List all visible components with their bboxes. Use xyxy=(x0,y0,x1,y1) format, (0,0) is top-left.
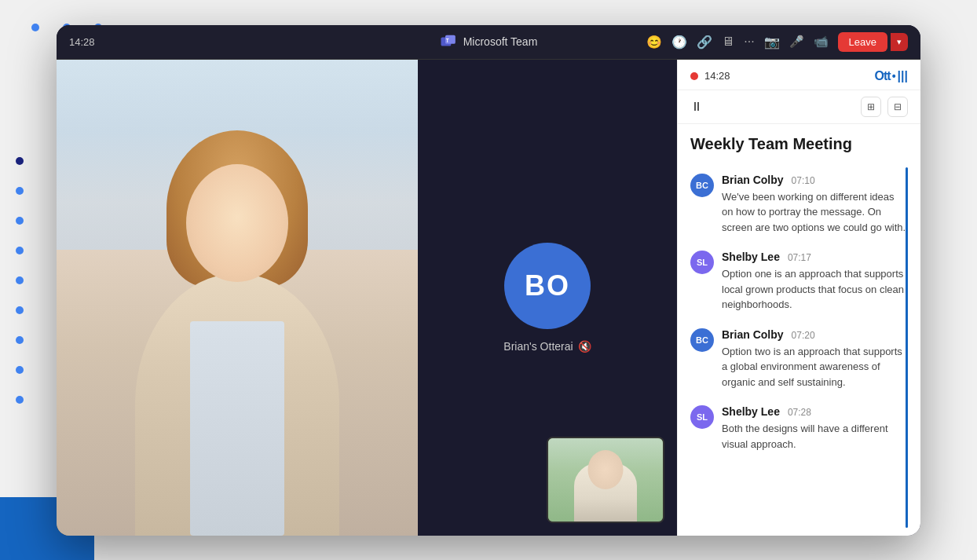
message-time-4: 07:28 xyxy=(788,407,811,418)
dot-left-7 xyxy=(16,336,24,344)
titlebar-center: T Microsoft Team xyxy=(440,33,538,50)
dot-left-5 xyxy=(16,276,24,284)
leave-button[interactable]: Leave xyxy=(838,32,887,52)
message-name-3: Brian Colby xyxy=(722,328,784,341)
thumbnail-video-feed xyxy=(547,437,664,523)
transcript-header-left: 14:28 xyxy=(690,70,730,82)
leave-label: Leave xyxy=(849,36,876,48)
message-header-1: Brian Colby 07:10 xyxy=(722,174,908,186)
transcript-ctrl-icon-2[interactable]: ⊟ xyxy=(887,97,908,117)
message-body-1: Brian Colby 07:10 We've been working on … xyxy=(722,174,908,236)
transcript-ctrl-icon-1[interactable]: ⊞ xyxy=(861,97,881,117)
avatar: BC xyxy=(690,174,714,197)
dot-left-9 xyxy=(16,396,24,404)
avatar-initials-3: BC xyxy=(696,335,708,345)
leave-chevron[interactable]: ▾ xyxy=(891,33,908,51)
main-video-feed xyxy=(57,60,418,536)
avatar: BC xyxy=(690,328,714,352)
transcript-ctrl-icons: ⊞ ⊟ xyxy=(861,97,908,117)
mic-muted-icon: 🔇 xyxy=(578,340,591,353)
otter-logo: Ott • ||| xyxy=(875,69,908,83)
more-icon[interactable]: ··· xyxy=(744,35,754,49)
avatar: SL xyxy=(690,405,714,429)
speaker-avatar: BO xyxy=(504,243,591,329)
message-text-4: Both the designs will have a different v… xyxy=(722,421,908,452)
dot-left-4 xyxy=(16,247,24,254)
svg-text:T: T xyxy=(446,38,449,43)
message-name-2: Shelby Lee xyxy=(722,251,780,263)
message-time-1: 07:10 xyxy=(792,175,815,186)
message-text-2: Option one is an approach that supports … xyxy=(722,266,908,313)
message-time-3: 07:20 xyxy=(792,330,815,341)
otter-bars: ||| xyxy=(898,69,908,83)
dot-left-6 xyxy=(16,306,24,314)
scroll-indicator xyxy=(906,167,908,528)
pause-button[interactable]: ⏸ xyxy=(690,100,703,114)
message-body-3: Brian Colby 07:20 Option two is an appro… xyxy=(722,328,908,390)
message-text-1: We've been working on different ideas on… xyxy=(722,189,908,236)
teams-logo-icon: T xyxy=(440,33,457,50)
dot-left-2 xyxy=(16,187,24,195)
message-body-4: Shelby Lee 07:28 Both the designs will h… xyxy=(722,405,908,452)
secondary-video-area: BO Brian's Otterai 🔇 xyxy=(418,60,677,536)
screen-icon[interactable]: 🖥 xyxy=(722,35,734,49)
video-control-icon[interactable]: 📹 xyxy=(814,35,829,49)
video-area: BO Brian's Otterai 🔇 xyxy=(57,60,677,536)
mic-control-icon[interactable]: 🎤 xyxy=(789,35,804,49)
message-body-2: Shelby Lee 07:17 Option one is an approa… xyxy=(722,251,908,313)
transcript-panel: 14:28 Ott • ||| ⏸ ⊞ ⊟ Weekly Team Meetin… xyxy=(677,60,920,536)
titlebar: 14:28 T Microsoft Team 😊 🕐 🔗 🖥 ··· 📷 🎤 📹… xyxy=(57,25,920,60)
share-icon[interactable]: 🔗 xyxy=(697,35,712,49)
message-name-1: Brian Colby xyxy=(722,174,784,186)
list-item: SL Shelby Lee 07:28 Both the designs wil… xyxy=(678,397,920,459)
otter-dot: • xyxy=(892,70,896,82)
message-text-3: Option two is an approach that supports … xyxy=(722,344,908,390)
dot-top-1 xyxy=(31,24,39,31)
emoji-icon[interactable]: 😊 xyxy=(646,35,662,49)
thumbnail-person-image xyxy=(548,438,663,522)
avatar-initials-2: SL xyxy=(697,258,708,267)
list-item: BC Brian Colby 07:10 We've been working … xyxy=(678,166,920,243)
avatar: SL xyxy=(690,251,714,274)
otter-logo-text: Ott xyxy=(875,69,891,83)
clock-icon[interactable]: 🕐 xyxy=(671,35,687,49)
titlebar-time: 14:28 xyxy=(69,36,95,48)
video-frame xyxy=(57,60,418,536)
app-window: 14:28 T Microsoft Team 😊 🕐 🔗 🖥 ··· 📷 🎤 📹… xyxy=(57,25,920,536)
transcript-header: 14:28 Ott • ||| xyxy=(678,60,920,90)
list-item: BC Brian Colby 07:20 Option two is an ap… xyxy=(678,320,920,398)
speaker-name: Brian's Otterai 🔇 xyxy=(503,340,591,353)
message-name-4: Shelby Lee xyxy=(722,405,780,418)
avatar-initials: BO xyxy=(525,269,570,302)
app-title: Microsoft Team xyxy=(463,35,538,48)
avatar-initials-4: SL xyxy=(697,412,708,422)
list-item: SL Shelby Lee 07:17 Option one is an app… xyxy=(678,243,920,320)
camera-icon[interactable]: 📷 xyxy=(764,35,780,49)
speaker-name-text: Brian's Otterai xyxy=(503,340,573,353)
transcript-controls: ⏸ ⊞ ⊟ xyxy=(678,90,920,124)
message-header-3: Brian Colby 07:20 xyxy=(722,328,908,341)
transcript-time: 14:28 xyxy=(704,70,730,82)
message-time-2: 07:17 xyxy=(788,252,811,263)
titlebar-controls: 😊 🕐 🔗 🖥 ··· 📷 🎤 📹 Leave ▾ xyxy=(646,32,908,52)
leave-button-group[interactable]: Leave ▾ xyxy=(838,32,908,52)
message-header-4: Shelby Lee 07:28 xyxy=(722,405,908,418)
decorative-dots-left xyxy=(16,157,24,404)
dot-left-8 xyxy=(16,366,24,374)
dot-left-1 xyxy=(16,157,24,165)
transcript-title: Weekly Team Meeting xyxy=(678,124,920,159)
transcript-messages: BC Brian Colby 07:10 We've been working … xyxy=(678,159,920,536)
avatar-initials-1: BC xyxy=(696,181,708,190)
dot-left-3 xyxy=(16,217,24,225)
recording-indicator xyxy=(690,72,698,80)
main-content: BO Brian's Otterai 🔇 xyxy=(57,60,920,536)
message-header-2: Shelby Lee 07:17 xyxy=(722,251,908,263)
